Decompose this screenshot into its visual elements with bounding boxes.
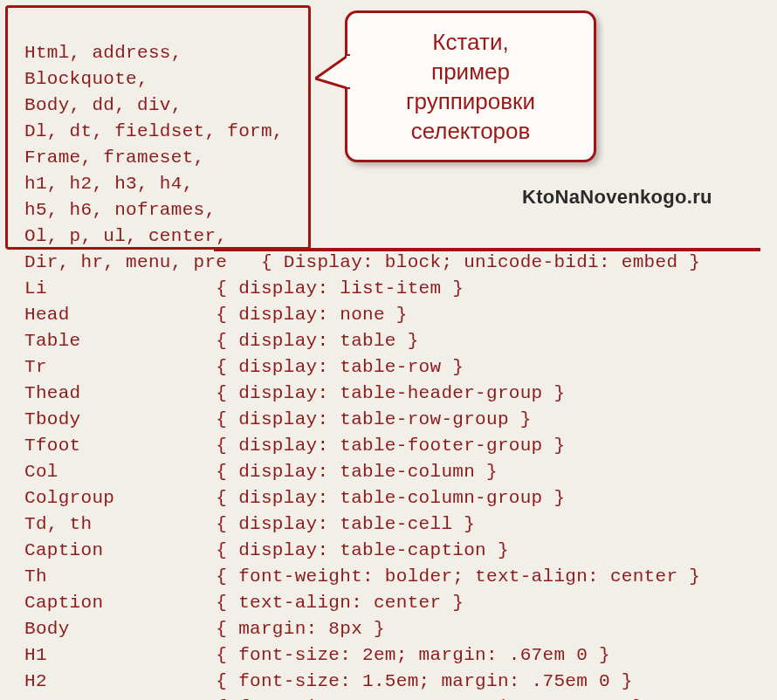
css-rule: Head { display: none } (24, 305, 408, 325)
callout-line: селекторов (370, 116, 571, 146)
svg-rect-1 (347, 56, 350, 87)
svg-marker-0 (315, 54, 350, 89)
css-rule: Colgroup { display: table-column-group } (24, 488, 565, 508)
callout-line: пример (370, 57, 571, 86)
css-rule: Body { margin: 8px } (24, 619, 385, 639)
css-rule: H2 { font-size: 1.5em; margin: .75em 0 } (24, 671, 633, 691)
css-rule: Caption { display: table-caption } (24, 540, 509, 560)
callout-tail-icon (315, 54, 350, 89)
css-rule: Caption { text-align: center } (24, 593, 464, 613)
css-rule: Tr { display: table-row } (24, 357, 464, 377)
css-rule: Li { display: list-item } (24, 278, 464, 299)
callout-line: Кстати, (370, 27, 571, 57)
css-rule: Th { font-weight: bolder; text-align: ce… (24, 566, 700, 587)
css-rule: Tbody { display: table-row-group } (24, 409, 532, 429)
css-rule: Thead { display: table-header-group } (24, 383, 565, 403)
annotation-text: Кстати, пример группировки селекторов (345, 10, 596, 162)
css-rule: Tfoot { display: table-footer-group } (24, 436, 565, 456)
css-rule: H1 { font-size: 2em; margin: .67em 0 } (24, 645, 610, 665)
watermark-domain: KtoNaNovenkogo.ru (522, 186, 712, 209)
css-rule: Col { display: table-column } (24, 462, 498, 482)
css-rule: Table { display: table } (24, 331, 419, 351)
css-rule: Td, th { display: table-cell } (24, 514, 475, 534)
annotation-callout: Кстати, пример группировки селекторов (345, 10, 596, 162)
callout-line: группировки (370, 86, 571, 116)
